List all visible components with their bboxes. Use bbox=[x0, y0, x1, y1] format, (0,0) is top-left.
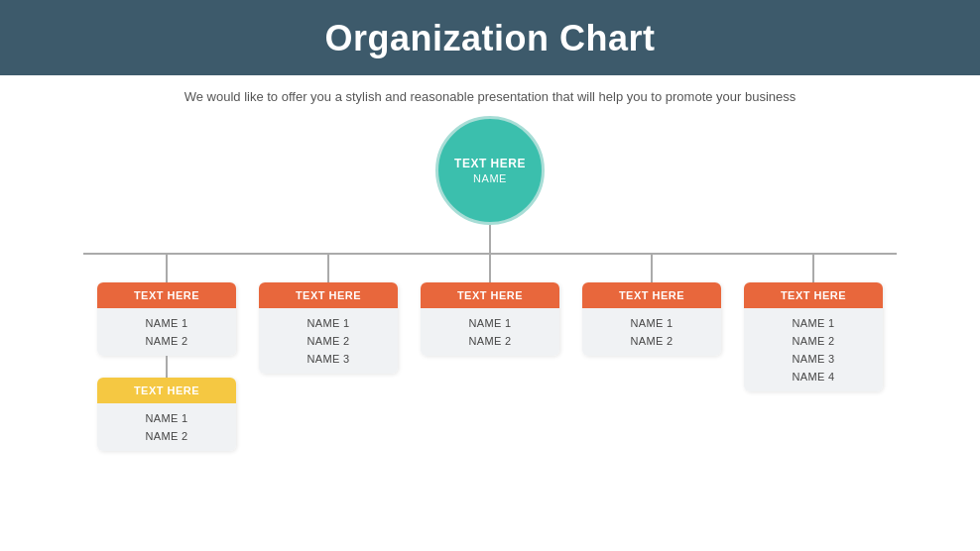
card1-header: TEXT HERE bbox=[97, 282, 236, 308]
card-5: TEXT HERE NAME 1 NAME 2 NAME 3 NAME 4 bbox=[744, 282, 883, 391]
card1-entry-2: NAME 2 bbox=[105, 332, 228, 350]
card4-header: TEXT HERE bbox=[582, 282, 721, 308]
sub-card1-entry-1: NAME 1 bbox=[105, 409, 228, 427]
col-1: TEXT HERE NAME 1 NAME 2 TEXT HERE NAME 1… bbox=[95, 255, 239, 451]
card5-body: NAME 1 NAME 2 NAME 3 NAME 4 bbox=[744, 308, 883, 391]
page-title: Organization Chart bbox=[0, 18, 980, 59]
card2-body: NAME 1 NAME 2 NAME 3 bbox=[259, 308, 398, 374]
col4-connector bbox=[651, 255, 653, 282]
root-node: TEXT HERE NAME bbox=[435, 116, 545, 225]
root-title: TEXT HERE bbox=[454, 157, 526, 170]
card5-entry-4: NAME 4 bbox=[752, 368, 875, 386]
card3-header: TEXT HERE bbox=[421, 282, 559, 308]
col1-connector bbox=[166, 255, 168, 282]
col3-connector bbox=[489, 255, 491, 282]
chart-area: TEXT HERE NAME TEXT HERE NAME 1 NAME 2 T… bbox=[0, 112, 980, 451]
page-subtitle: We would like to offer you a stylish and… bbox=[0, 89, 980, 104]
card5-entry-2: NAME 2 bbox=[752, 332, 875, 350]
root-name: NAME bbox=[473, 172, 507, 184]
sub-card1-body: NAME 1 NAME 2 bbox=[97, 403, 236, 451]
root-connector bbox=[489, 225, 491, 253]
card5-entry-1: NAME 1 bbox=[752, 314, 875, 332]
card2-entry-2: NAME 2 bbox=[267, 332, 390, 350]
sub-card-1: TEXT HERE NAME 1 NAME 2 bbox=[97, 378, 236, 451]
col5-connector bbox=[812, 255, 814, 282]
card2-entry-3: NAME 3 bbox=[267, 350, 390, 368]
card4-body: NAME 1 NAME 2 bbox=[582, 308, 721, 356]
col-4: TEXT HERE NAME 1 NAME 2 bbox=[580, 255, 724, 451]
card3-entry-2: NAME 2 bbox=[429, 332, 551, 350]
card3-body: NAME 1 NAME 2 bbox=[421, 308, 559, 356]
card5-header: TEXT HERE bbox=[744, 282, 883, 308]
sub-card1-header: TEXT HERE bbox=[97, 378, 236, 403]
col2-connector bbox=[327, 255, 329, 282]
card4-entry-2: NAME 2 bbox=[590, 332, 713, 350]
card-1: TEXT HERE NAME 1 NAME 2 bbox=[97, 282, 236, 356]
col-3: TEXT HERE NAME 1 NAME 2 bbox=[419, 255, 562, 451]
card-2: TEXT HERE NAME 1 NAME 2 NAME 3 bbox=[259, 282, 398, 374]
col-5: TEXT HERE NAME 1 NAME 2 NAME 3 NAME 4 bbox=[742, 255, 886, 451]
card3-entry-1: NAME 1 bbox=[429, 314, 551, 332]
card-3: TEXT HERE NAME 1 NAME 2 bbox=[421, 282, 559, 356]
card2-header: TEXT HERE bbox=[259, 282, 398, 308]
card2-entry-1: NAME 1 bbox=[267, 314, 390, 332]
col-2: TEXT HERE NAME 1 NAME 2 NAME 3 bbox=[257, 255, 401, 451]
card1-body: NAME 1 NAME 2 bbox=[97, 308, 236, 356]
col1-sub-connector bbox=[166, 356, 168, 378]
card4-entry-1: NAME 1 bbox=[590, 314, 713, 332]
page-header: Organization Chart bbox=[0, 0, 980, 75]
card5-entry-3: NAME 3 bbox=[752, 350, 875, 368]
sub-card1-entry-2: NAME 2 bbox=[105, 427, 228, 445]
card-4: TEXT HERE NAME 1 NAME 2 bbox=[582, 282, 721, 356]
level1-row: TEXT HERE NAME 1 NAME 2 TEXT HERE NAME 1… bbox=[95, 255, 886, 451]
card1-entry-1: NAME 1 bbox=[105, 314, 228, 332]
